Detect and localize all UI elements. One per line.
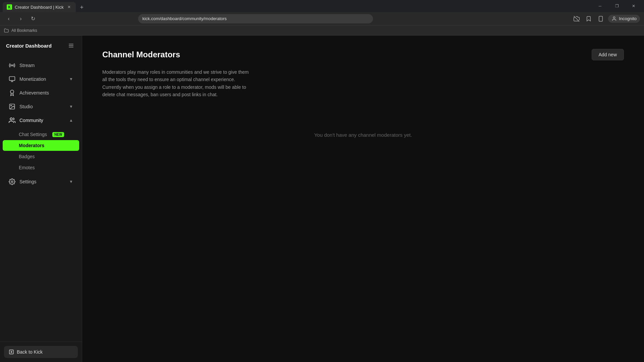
active-tab[interactable]: K Creator Dashboard | Kick ✕	[3, 2, 76, 12]
bookmarks-folder-icon	[4, 28, 9, 33]
app-container: Creator Dashboard Stream	[0, 36, 644, 362]
new-badge: NEW	[52, 132, 64, 137]
toolbar-actions: Incognito	[572, 14, 640, 23]
achievements-icon	[9, 89, 15, 96]
monetization-icon	[9, 76, 15, 82]
sidebar: Creator Dashboard Stream	[0, 36, 82, 362]
incognito-label: Incognito	[619, 16, 637, 21]
forward-nav-button[interactable]: ›	[16, 14, 25, 23]
chat-settings-label: Chat Settings	[19, 132, 47, 137]
achievements-label: Achievements	[19, 90, 49, 96]
sidebar-item-chat-settings[interactable]: Chat Settings NEW	[3, 129, 79, 140]
badges-label: Badges	[19, 154, 35, 159]
svg-point-15	[11, 181, 13, 183]
sidebar-item-moderators[interactable]: Moderators	[3, 140, 79, 151]
studio-label: Studio	[19, 104, 33, 109]
svg-point-14	[10, 118, 12, 120]
sidebar-footer: Back to Kick	[0, 342, 82, 362]
settings-icon	[9, 178, 15, 185]
community-chevron-icon: ▲	[69, 118, 73, 123]
community-label: Community	[19, 118, 43, 123]
back-nav-button[interactable]: ‹	[4, 14, 13, 23]
address-bar[interactable]: kick.com/dashboard/community/moderators	[138, 14, 373, 23]
sidebar-item-monetization[interactable]: Monetization ▼	[3, 72, 79, 86]
camera-off-icon[interactable]	[572, 14, 581, 23]
stream-label: Stream	[19, 63, 35, 68]
moderators-label: Moderators	[19, 143, 44, 148]
svg-rect-8	[9, 77, 15, 81]
stream-icon	[9, 62, 15, 69]
studio-chevron-icon: ▼	[69, 104, 73, 109]
svg-point-7	[11, 65, 12, 66]
settings-chevron-icon: ▼	[69, 179, 73, 184]
page-header: Channel Moderators Add new	[102, 49, 624, 60]
browser-chrome: K Creator Dashboard | Kick ✕ + ─ ❐ ✕ ‹ ›…	[0, 0, 644, 36]
sidebar-item-achievements[interactable]: Achievements	[3, 86, 79, 100]
main-content: Channel Moderators Add new Moderators pl…	[82, 36, 644, 362]
back-to-kick-label: Back to Kick	[17, 349, 43, 355]
empty-state: You don't have any channel moderators ye…	[102, 112, 624, 158]
url-text: kick.com/dashboard/community/moderators	[142, 16, 369, 21]
sidebar-item-settings[interactable]: Settings ▼	[3, 175, 79, 188]
sidebar-item-studio[interactable]: Studio ▼	[3, 100, 79, 113]
maximize-button[interactable]: ❐	[609, 0, 625, 12]
monetization-label: Monetization	[19, 76, 46, 82]
studio-icon	[9, 103, 15, 110]
emotes-label: Emotes	[19, 165, 35, 170]
minimize-button[interactable]: ─	[592, 0, 608, 12]
browser-titlebar: K Creator Dashboard | Kick ✕ + ─ ❐ ✕	[0, 0, 644, 12]
close-button[interactable]: ✕	[626, 0, 641, 12]
add-new-button[interactable]: Add new	[592, 49, 624, 60]
tablet-icon[interactable]	[596, 14, 605, 23]
description-text: Moderators play many roles in communitie…	[102, 68, 253, 99]
community-icon	[9, 117, 15, 124]
svg-point-3	[613, 17, 615, 18]
new-tab-button[interactable]: +	[77, 3, 87, 12]
reload-button[interactable]: ↻	[28, 14, 38, 23]
settings-label: Settings	[19, 179, 37, 184]
kick-logo-icon	[9, 349, 14, 355]
sidebar-item-stream[interactable]: Stream	[3, 59, 79, 72]
browser-tabs: K Creator Dashboard | Kick ✕ +	[3, 0, 590, 12]
svg-point-11	[10, 90, 14, 94]
sidebar-nav: Stream Monetization ▼	[0, 56, 82, 342]
svg-line-0	[574, 16, 580, 21]
bookmarks-bar: All Bookmarks	[0, 25, 644, 36]
all-bookmarks-label: All Bookmarks	[11, 28, 37, 33]
sidebar-collapse-button[interactable]	[66, 41, 76, 50]
svg-point-13	[11, 105, 11, 106]
sidebar-item-badges[interactable]: Badges	[3, 151, 79, 162]
sidebar-item-emotes[interactable]: Emotes	[3, 162, 79, 173]
window-controls: ─ ❐ ✕	[592, 0, 641, 12]
empty-state-message: You don't have any channel moderators ye…	[314, 132, 412, 138]
sidebar-item-community[interactable]: Community ▲	[3, 114, 79, 127]
tab-favicon: K	[7, 4, 12, 10]
browser-toolbar: ‹ › ↻ kick.com/dashboard/community/moder…	[0, 12, 644, 25]
sidebar-title: Creator Dashboard	[6, 43, 52, 49]
sidebar-header: Creator Dashboard	[0, 36, 82, 56]
incognito-button[interactable]: Incognito	[608, 15, 640, 23]
page-title: Channel Moderators	[102, 50, 180, 59]
tab-close-button[interactable]: ✕	[66, 4, 72, 10]
tab-title: Creator Dashboard | Kick	[15, 5, 64, 10]
bookmark-icon[interactable]	[584, 14, 593, 23]
back-to-kick-button[interactable]: Back to Kick	[4, 346, 78, 358]
community-sub-nav: Chat Settings NEW Moderators Badges Emot…	[0, 127, 82, 175]
monetization-chevron-icon: ▼	[69, 77, 73, 81]
